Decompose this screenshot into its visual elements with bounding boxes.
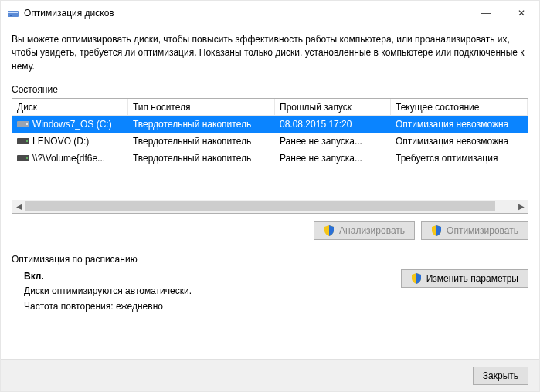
schedule-line-1: Диски оптимизируются автоматически. <box>24 284 392 299</box>
list-body: Windows7_OS (C:)Твердотельный накопитель… <box>12 116 528 199</box>
col-header-last[interactable]: Прошлый запуск <box>275 99 391 115</box>
change-settings-label: Изменить параметры <box>426 273 518 284</box>
window-title: Оптимизация дисков <box>24 8 468 19</box>
drives-list[interactable]: Диск Тип носителя Прошлый запуск Текущее… <box>12 98 528 214</box>
analyze-button-label: Анализировать <box>339 225 405 236</box>
content-area: Вы можете оптимизировать диски, чтобы по… <box>1 25 539 314</box>
list-header[interactable]: Диск Тип носителя Прошлый запуск Текущее… <box>12 99 528 116</box>
scroll-left-arrow[interactable]: ◀ <box>12 200 25 213</box>
cell-disk: \\?\Volume{df6e... <box>32 153 105 164</box>
cell-state: Оптимизация невозможна <box>391 136 528 147</box>
intro-text: Вы можете оптимизировать диски, чтобы по… <box>12 33 528 73</box>
cell-media: Твердотельный накопитель <box>128 119 275 130</box>
state-section-label: Состояние <box>12 84 528 95</box>
scroll-track[interactable] <box>25 200 515 213</box>
svg-point-4 <box>26 123 28 125</box>
col-header-media[interactable]: Тип носителя <box>128 99 275 115</box>
scroll-right-arrow[interactable]: ▶ <box>515 200 528 213</box>
action-buttons-row: Анализировать Оптимизировать <box>12 221 528 240</box>
footer: Закрыть <box>1 359 539 391</box>
drive-icon <box>17 154 29 163</box>
cell-last: 08.08.2015 17:20 <box>275 119 391 130</box>
col-header-state[interactable]: Текущее состояние <box>391 99 528 115</box>
analyze-button[interactable]: Анализировать <box>314 221 415 240</box>
cell-state: Требуется оптимизация <box>391 153 528 164</box>
cell-last: Ранее не запуска... <box>275 136 391 147</box>
cell-state: Оптимизация невозможна <box>391 119 528 130</box>
svg-rect-1 <box>8 12 18 13</box>
schedule-status: Вкл. <box>24 269 392 284</box>
cell-media: Твердотельный накопитель <box>128 136 275 147</box>
shield-icon <box>324 225 335 236</box>
svg-point-6 <box>26 140 28 142</box>
close-window-button[interactable]: ✕ <box>504 1 539 25</box>
table-row[interactable]: LENOVO (D:)Твердотельный накопительРанее… <box>12 133 528 150</box>
minimize-button[interactable]: ― <box>468 1 504 25</box>
app-icon <box>7 7 19 19</box>
schedule-body: Вкл. Диски оптимизируются автоматически.… <box>12 269 528 314</box>
svg-point-8 <box>26 157 28 159</box>
table-row[interactable]: Windows7_OS (C:)Твердотельный накопитель… <box>12 116 528 133</box>
drive-icon <box>17 137 29 146</box>
optimize-button-label: Оптимизировать <box>447 225 518 236</box>
optimize-button[interactable]: Оптимизировать <box>421 221 528 240</box>
shield-icon <box>431 225 442 236</box>
schedule-text: Вкл. Диски оптимизируются автоматически.… <box>24 269 392 314</box>
cell-disk: LENOVO (D:) <box>32 136 89 147</box>
cell-last: Ранее не запуска... <box>275 153 391 164</box>
cell-disk: Windows7_OS (C:) <box>32 119 112 130</box>
close-button-label: Закрыть <box>483 370 518 381</box>
title-bar: Оптимизация дисков ― ✕ <box>1 1 539 25</box>
drive-icon <box>17 120 29 129</box>
change-settings-button[interactable]: Изменить параметры <box>401 269 528 288</box>
cell-media: Твердотельный накопитель <box>128 153 275 164</box>
horizontal-scrollbar[interactable]: ◀ ▶ <box>12 200 528 213</box>
schedule-line-2: Частота повторения: ежедневно <box>24 299 392 314</box>
table-row[interactable]: \\?\Volume{df6e...Твердотельный накопите… <box>12 150 528 167</box>
schedule-section-label: Оптимизация по расписанию <box>12 254 528 265</box>
scroll-thumb[interactable] <box>25 201 495 211</box>
col-header-disk[interactable]: Диск <box>12 99 128 115</box>
shield-icon <box>411 273 422 284</box>
close-button[interactable]: Закрыть <box>473 367 528 385</box>
svg-point-2 <box>10 15 12 16</box>
